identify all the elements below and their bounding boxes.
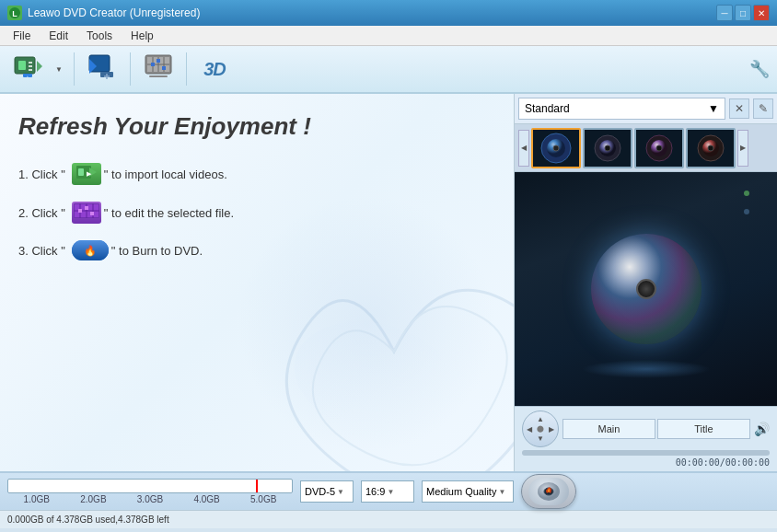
svg-rect-24 [149,75,168,77]
edit-icon [72,202,101,224]
storage-2gb: 2.0GB [65,494,122,504]
main-area: Refresh Your Enjoyment ! 1. Click " ▶ " … [0,94,777,471]
app-icon: L [7,6,22,20]
svg-text:L: L [12,9,17,18]
minimize-button[interactable]: ─ [716,5,733,21]
title-bar: L Leawo DVD Creator (Unregistered) ─ □ ✕ [0,0,777,26]
thumb-prev-button[interactable]: ◀ [518,130,529,167]
step-3-prefix: 3. Click " [18,244,65,258]
3d-icon: 3D [203,59,226,80]
add-video-dropdown[interactable]: ▼ [52,49,66,89]
step-3-suffix: " to Burn to DVD. [111,244,203,258]
nav-pad[interactable]: ▲ ▼ ◀ ▶ ⬤ [522,411,559,447]
quality-select[interactable]: Medium Quality ▼ [422,480,514,503]
nav-up-icon: ▲ [537,415,544,423]
nav-center-icon: ⬤ [537,425,544,433]
preview-glow [582,360,711,378]
disc-type-label: DVD-5 [305,486,335,497]
aspect-ratio-select[interactable]: 16:9 ▼ [361,480,414,503]
right-panel: Standard ▼ ✕ ✎ ◀ [514,94,777,471]
menu-file[interactable]: File [4,28,40,44]
edit-video-icon [144,52,173,87]
preview-area [515,172,777,406]
svg-rect-35 [78,209,82,213]
storage-4gb: 4.0GB [179,494,236,504]
main-tab[interactable]: Main [562,419,655,439]
menu-tools[interactable]: Tools [77,28,122,44]
add-video-button[interactable]: + [7,49,48,89]
thumbnail-2[interactable] [583,128,632,168]
svg-rect-36 [85,206,88,210]
control-row: ▲ ▼ ◀ ▶ ⬤ Main Title 🔊 [522,411,770,447]
storage-limit-marker [256,480,258,492]
template-dropdown[interactable]: Standard ▼ [518,98,725,120]
nav-right-icon: ▶ [549,425,554,434]
toolbar-right: 🔧 [749,59,770,79]
template-edit-button[interactable]: ✎ [753,98,773,119]
3d-button[interactable]: 3D [194,49,235,89]
import-icon: ▶ [72,163,101,185]
preview-decorations [744,191,749,196]
step-1-suffix: " to import local videos. [104,168,227,181]
player-controls: ▲ ▼ ◀ ▶ ⬤ Main Title 🔊 00:00:00/00:00:00 [515,406,777,471]
svg-marker-3 [37,61,42,72]
window-controls: ─ □ ✕ [716,5,770,21]
close-button[interactable]: ✕ [753,5,770,21]
step-2-prefix: 2. Click " [18,206,65,220]
toolbar-separator-2 [130,52,131,86]
app-title: Leawo DVD Creator (Unregistered) [28,6,716,19]
nav-down-icon: ▼ [537,434,544,443]
thumbnail-row: ◀ [515,124,777,172]
aspect-ratio-label: 16:9 [365,486,385,497]
status-text: 0.000GB of 4.378GB used,4.378GB left [7,515,169,525]
svg-point-44 [553,145,559,151]
thumbnail-1[interactable] [531,128,581,168]
quality-arrow: ▼ [498,488,505,496]
svg-rect-21 [151,63,155,66]
toolbar-separator-1 [74,52,75,86]
add-video-icon: + [13,52,42,87]
import-dvd-icon [87,52,117,87]
svg-rect-4 [18,61,26,70]
thumbnail-4[interactable] [686,128,736,168]
svg-rect-37 [90,212,94,215]
player-tabs: Main Title [562,419,750,439]
settings-icon[interactable]: 🔧 [749,59,770,79]
template-delete-button[interactable]: ✕ [729,98,749,119]
svg-rect-22 [157,59,160,63]
storage-1gb: 1.0GB [8,494,65,504]
quality-label: Medium Quality [426,486,496,497]
volume-icon[interactable]: 🔊 [754,422,770,436]
svg-text:🔥: 🔥 [84,244,97,257]
thumbnail-3[interactable] [634,128,684,168]
step-3: 3. Click " 🔥 " to Burn to DVD. [18,240,495,260]
template-bar: Standard ▼ ✕ ✎ [515,94,777,124]
step-1-prefix: 1. Click " [18,168,65,181]
disc-type-select[interactable]: DVD-5 ▼ [300,480,354,503]
template-label: Standard [525,102,570,115]
svg-point-52 [656,145,662,151]
progress-bar[interactable] [522,450,770,456]
menu-bar: File Edit Tools Help [0,26,777,46]
title-tab[interactable]: Title [657,419,750,439]
step-2: 2. Click " " to edit the selected file. [18,202,495,224]
status-bar: 0.000GB of 4.378GB used,4.378GB left [0,510,777,528]
left-panel: Refresh Your Enjoyment ! 1. Click " ▶ " … [0,94,514,471]
storage-bar [7,479,293,493]
template-dropdown-arrow: ▼ [708,102,719,115]
burn-button[interactable] [521,474,576,509]
menu-help[interactable]: Help [122,28,163,44]
storage-3gb: 3.0GB [122,494,179,504]
step-2-suffix: " to edit the selected file. [104,206,234,220]
step-1: 1. Click " ▶ " to import local videos. [18,163,495,185]
edit-video-button[interactable] [138,49,179,89]
preview-disc [591,234,702,344]
welcome-title: Refresh Your Enjoyment ! [18,112,495,141]
import-dvd-button[interactable] [82,49,122,89]
menu-edit[interactable]: Edit [40,28,77,44]
thumb-next-button[interactable]: ▶ [737,130,748,167]
disc-type-arrow: ▼ [337,488,344,496]
maximize-button[interactable]: □ [735,5,751,21]
svg-point-48 [605,145,610,151]
burn-inner-icon [528,478,569,505]
